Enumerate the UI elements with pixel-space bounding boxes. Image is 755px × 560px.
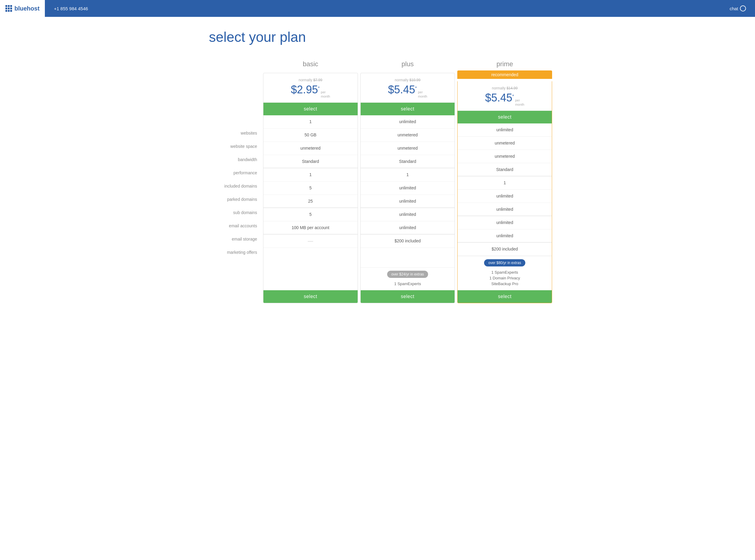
select-button-prime-bottom[interactable]: select — [457, 290, 552, 303]
plan-cell-prime-7: unlimited — [457, 216, 552, 229]
plan-cell-basic-8: 100 MB per account — [263, 221, 358, 235]
main-content: select your plan websiteswebsite spaceba… — [197, 17, 558, 315]
row-label: website space — [203, 140, 263, 153]
plan-cell-plus-6: unlimited — [361, 195, 455, 208]
price-asterisk: * — [512, 94, 514, 98]
plans-wrapper: websiteswebsite spacebandwidthperformanc… — [203, 60, 552, 303]
plan-cell-plus-4: 1 — [361, 168, 455, 182]
header-phone: +1 855 984 4546 — [54, 6, 88, 11]
plan-extras-prime: over $80/yr in extras1 SpamExperts1 Doma… — [457, 256, 552, 290]
plan-data-rows-plus: unlimitedunmeteredunmeteredStandard1unli… — [361, 115, 455, 267]
plan-cell-basic-5: 5 — [263, 182, 358, 195]
plan-cell-prime-6: unlimited — [457, 203, 552, 216]
select-button-plus-top[interactable]: select — [361, 103, 455, 115]
price-asterisk: * — [415, 85, 416, 90]
plan-col-basic: basic normally $7.99 $2.95* permonth sel… — [263, 60, 359, 303]
row-label: sub domains — [203, 206, 263, 219]
plan-box-basic: normally $7.99 $2.95* permonth select 15… — [263, 73, 358, 303]
plan-cell-basic-1: 50 GB — [263, 128, 358, 142]
bluehost-grid-icon — [5, 5, 12, 12]
row-labels: websiteswebsite spacebandwidthperformanc… — [203, 60, 263, 259]
plan-cell-basic-2: unmetered — [263, 142, 358, 155]
plan-col-plus: plus normally $10.99 $5.45* permonth sel… — [359, 60, 456, 303]
extras-item: 1 Domain Privacy — [460, 276, 549, 280]
plan-price-row-basic: $2.95* permonth — [267, 83, 354, 99]
extras-item: SiteBackup Pro — [460, 281, 549, 286]
plan-pricing-plus: normally $10.99 $5.45* permonth — [361, 73, 455, 103]
row-label: bandwidth — [203, 153, 263, 166]
extras-badge-prime: over $80/yr in extras — [484, 259, 525, 266]
row-label: parked domains — [203, 193, 263, 206]
chat-icon — [740, 5, 746, 12]
plan-cell-prime-3: Standard — [457, 163, 552, 176]
plan-price-row-prime: $5.45* permonth — [461, 92, 548, 107]
plan-pricing-prime: normally $14.99 $5.45* permonth — [457, 81, 552, 111]
row-label: included domains — [203, 179, 263, 193]
plan-cell-plus-9: $200 included — [361, 235, 455, 248]
plan-data-rows-prime: unlimitedunmeteredunmeteredStandard1unli… — [457, 123, 552, 256]
plan-extras-plus: over $24/yr in extras1 SpamExperts — [361, 267, 455, 290]
chat-button[interactable]: chat — [730, 5, 746, 12]
plan-normally-label-basic: normally $7.99 — [267, 78, 354, 82]
plan-normally-label-prime: normally $14.99 — [461, 86, 548, 90]
plan-price-plus: $5.45* — [388, 83, 417, 96]
plan-cell-prime-4: 1 — [457, 176, 552, 190]
plan-cell-plus-7: unlimited — [361, 208, 455, 221]
plan-cell-basic-0: 1 — [263, 115, 358, 128]
plan-cell-plus-5: unlimited — [361, 182, 455, 195]
extras-item: 1 SpamExperts — [460, 270, 549, 275]
extras-badge-plus: over $24/yr in extras — [387, 271, 428, 278]
plan-price-per-prime: permonth — [515, 98, 525, 107]
row-label: marketing offers — [203, 246, 263, 259]
plan-cell-basic-4: 1 — [263, 168, 358, 182]
price-asterisk: * — [318, 85, 320, 90]
plan-header-prime: prime recommended — [457, 60, 552, 81]
extras-item: 1 SpamExperts — [363, 281, 452, 286]
plan-cell-basic-6: 25 — [263, 195, 358, 208]
select-button-basic-top[interactable]: select — [263, 103, 358, 115]
plan-header-basic: basic — [263, 60, 358, 73]
plan-price-prime: $5.45* — [485, 92, 514, 104]
plan-price-row-plus: $5.45* permonth — [364, 83, 451, 99]
plan-name-plus: plus — [360, 60, 455, 68]
plan-cell-prime-8: unlimited — [457, 229, 552, 243]
plan-price-per-plus: permonth — [418, 90, 427, 99]
plan-box-prime: normally $14.99 $5.45* permonth select u… — [457, 81, 552, 303]
plan-cell-plus-2: unmetered — [361, 142, 455, 155]
plan-cell-basic-7: 5 — [263, 208, 358, 221]
page-title: select your plan — [203, 29, 552, 45]
plan-price-basic: $2.95* — [291, 83, 320, 96]
logo-area: bluehost — [0, 0, 45, 17]
row-label: email accounts — [203, 219, 263, 233]
plan-cell-prime-2: unmetered — [457, 150, 552, 163]
plan-cell-prime-1: unmetered — [457, 137, 552, 150]
plan-header-plus: plus — [360, 60, 455, 73]
site-header: bluehost +1 855 984 4546 chat — [0, 0, 755, 17]
chat-label: chat — [730, 6, 738, 11]
plan-cell-basic-9: — — [263, 235, 358, 248]
select-button-basic-bottom[interactable]: select — [263, 290, 358, 303]
plan-cell-plus-1: unmetered — [361, 128, 455, 142]
row-label: email storage — [203, 233, 263, 246]
plan-col-prime: prime recommended normally $14.99 $5.45*… — [456, 60, 552, 303]
plan-price-per-basic: permonth — [321, 90, 330, 99]
dash-icon: — — [308, 238, 313, 244]
plan-normally-label-plus: normally $10.99 — [364, 78, 451, 82]
plan-pricing-basic: normally $7.99 $2.95* permonth — [263, 73, 358, 103]
plan-cell-prime-5: unlimited — [457, 190, 552, 203]
plan-cell-basic-3: Standard — [263, 155, 358, 168]
plan-cell-plus-3: Standard — [361, 155, 455, 168]
select-button-prime-top[interactable]: select — [457, 111, 552, 123]
plan-cell-plus-0: unlimited — [361, 115, 455, 128]
row-label: websites — [203, 126, 263, 140]
plan-box-plus: normally $10.99 $5.45* permonth select u… — [360, 73, 455, 303]
plan-cell-prime-0: unlimited — [457, 123, 552, 137]
logo-text: bluehost — [15, 5, 39, 12]
recommended-badge: recommended — [457, 71, 552, 79]
plan-name-basic: basic — [263, 60, 358, 68]
select-button-plus-bottom[interactable]: select — [361, 290, 455, 303]
plans-columns: basic normally $7.99 $2.95* permonth sel… — [263, 60, 552, 303]
plan-cell-plus-8: unlimited — [361, 221, 455, 235]
plan-name-prime: prime — [457, 60, 552, 68]
plan-data-rows-basic: 150 GBunmeteredStandard15255100 MB per a… — [263, 115, 358, 290]
